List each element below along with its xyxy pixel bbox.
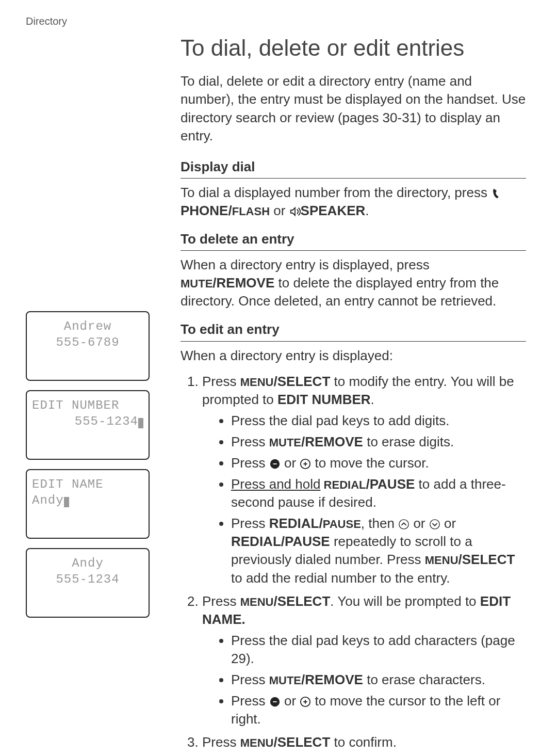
content-column: To dial, delete or edit entries To dial,… [181, 33, 526, 756]
cid-down-icon [429, 519, 440, 530]
lcd-screen-contact: Andrew 555-6789 [26, 311, 150, 381]
lcd-number: 555-1234 [32, 413, 143, 429]
display-dial-heading: Display dial [181, 158, 526, 179]
lcd-name: Andy [32, 555, 143, 571]
step2-bullet-mute: Press MUTE/REMOVE to erase characters. [231, 671, 526, 689]
step2-bullet-cursor: Press or to move the cursor to the left … [231, 692, 526, 728]
section-header: Directory [26, 15, 526, 27]
lcd-screen-saved: Andy 555-1234 [26, 548, 150, 618]
step1-bullet-dialpad: Press the dial pad keys to add digits. [231, 412, 526, 430]
lcd-screen-edit-name: EDIT NAME Andy [26, 469, 150, 539]
volume-down-icon [269, 458, 281, 470]
svg-point-3 [430, 520, 439, 529]
edit-entry-intro: When a directory entry is displayed: [181, 347, 526, 365]
edit-step-2: Press MENU/SELECT. You will be prompted … [202, 592, 526, 729]
page-title: To dial, delete or edit entries [181, 33, 526, 63]
step1-bullet-pause: Press and hold REDIAL/PAUSE to add a thr… [231, 475, 526, 511]
lcd-label: EDIT NAME [32, 476, 143, 492]
delete-entry-heading: To delete an entry [181, 230, 526, 251]
delete-entry-text: When a directory entry is displayed, pre… [181, 256, 526, 310]
step1-bullet-cursor: Press or to move the cursor. [231, 454, 526, 472]
cursor-icon [64, 497, 69, 507]
handset-icon [491, 188, 502, 199]
edit-step-3: Press MENU/SELECT to confirm. [202, 733, 526, 751]
cid-up-icon [398, 519, 409, 530]
lcd-column: Andrew 555-6789 EDIT NUMBER 555-1234 EDI… [26, 33, 160, 756]
display-dial-text: To dial a displayed number from the dire… [181, 184, 526, 220]
lcd-name: Andy [32, 492, 143, 508]
lcd-number: 555-1234 [32, 571, 143, 587]
step1-bullet-mute: Press MUTE/REMOVE to erase digits. [231, 433, 526, 451]
edit-entry-heading: To edit an entry [181, 320, 526, 341]
main-layout: Andrew 555-6789 EDIT NUMBER 555-1234 EDI… [26, 33, 526, 756]
lcd-name: Andrew [32, 318, 143, 334]
cursor-icon [138, 418, 143, 428]
edit-step-1: Press MENU/SELECT to modify the entry. Y… [202, 373, 526, 587]
lcd-number: 555-6789 [32, 334, 143, 350]
lcd-screen-edit-number: EDIT NUMBER 555-1234 [26, 390, 150, 460]
step2-bullet-dialpad: Press the dial pad keys to add character… [231, 632, 526, 668]
volume-up-icon [300, 458, 311, 470]
edit-steps-list: Press MENU/SELECT to modify the entry. Y… [181, 373, 526, 752]
step2-bullets: Press the dial pad keys to add character… [202, 632, 526, 728]
volume-down-icon [269, 696, 281, 707]
step1-bullet-redial: Press REDIAL/PAUSE, then or or REDIAL/PA… [231, 514, 526, 587]
volume-up-icon [300, 696, 311, 707]
intro-paragraph: To dial, delete or edit a directory entr… [181, 72, 526, 144]
speaker-icon [289, 206, 301, 217]
step1-bullets: Press the dial pad keys to add digits. P… [202, 412, 526, 587]
lcd-label: EDIT NUMBER [32, 397, 143, 413]
svg-point-2 [399, 520, 408, 529]
